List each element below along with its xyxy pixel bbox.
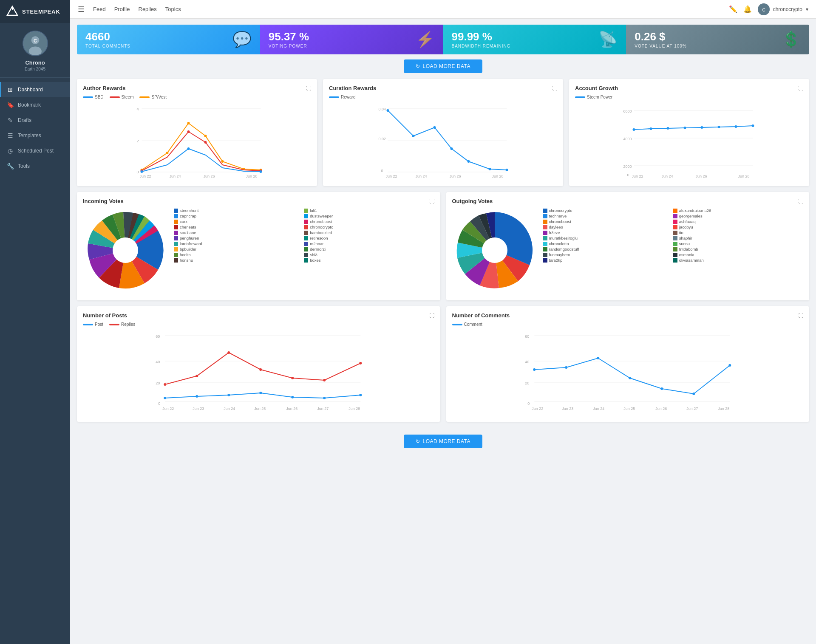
refresh-icon: ↻ <box>416 63 420 69</box>
stat-label-vote: VOTE VALUE AT 100% <box>635 44 687 48</box>
expand-icon[interactable]: ⛶ <box>798 198 803 204</box>
author-rewards-legend: SBD Steem SP/Vest <box>83 95 311 99</box>
svg-point-111 <box>660 387 663 390</box>
load-more-button[interactable]: ↻ LOAD MORE DATA <box>404 59 482 73</box>
voting-icon: ⚡ <box>416 31 435 48</box>
svg-point-86 <box>196 395 198 398</box>
dropdown-chevron-icon: ▾ <box>806 6 808 12</box>
vote-value-icon: 💲 <box>782 31 801 48</box>
footer-load-more-button[interactable]: ↻ LOAD MORE DATA <box>404 435 482 448</box>
svg-text:Jun 25: Jun 25 <box>623 407 635 411</box>
number-of-comments-title: Number of Comments <box>452 312 510 319</box>
sidebar-item-scheduled-post[interactable]: ◷ Scheduled Post <box>0 143 70 158</box>
refresh-icon-footer: ↻ <box>416 438 420 444</box>
sidebar-username: Chrono <box>25 59 45 66</box>
nav-link-replies[interactable]: Replies <box>139 6 157 12</box>
nav-link-feed[interactable]: Feed <box>93 6 106 12</box>
svg-point-16 <box>187 122 190 124</box>
expand-icon[interactable]: ⛶ <box>429 313 434 319</box>
hamburger-menu[interactable]: ☰ <box>78 5 85 14</box>
logo-text: STEEMPEAK <box>22 8 60 15</box>
svg-text:Jun 22: Jun 22 <box>532 407 543 411</box>
svg-point-79 <box>196 375 198 377</box>
stat-vote-value: 0.26 $ VOTE VALUE AT 100% 💲 <box>626 25 809 54</box>
stat-bandwidth: 99.99 % BANDWIDTH REMAINING 📡 <box>443 25 626 54</box>
curation-rewards-title: Curation Rewards <box>329 85 376 91</box>
svg-text:0.04: 0.04 <box>379 107 386 111</box>
sidebar-item-templates[interactable]: ☰ Templates <box>0 128 70 143</box>
svg-point-15 <box>166 152 169 154</box>
nav-link-topics[interactable]: Topics <box>165 6 181 12</box>
sidebar-item-label: Bookmark <box>18 102 41 108</box>
logo-icon <box>6 5 19 18</box>
expand-icon[interactable]: ⛶ <box>306 85 311 91</box>
number-of-posts-card: Number of Posts ⛶ Post Replies 60 40 20 … <box>77 306 440 422</box>
incoming-votes-pie <box>83 208 168 294</box>
expand-icon[interactable]: ⛶ <box>798 85 803 91</box>
tools-icon: 🔧 <box>7 163 14 169</box>
svg-text:0: 0 <box>627 173 629 177</box>
sidebar-item-dashboard[interactable]: ⊞ Dashboard <box>0 82 70 97</box>
load-more-bar: ↻ LOAD MORE DATA <box>77 59 809 73</box>
svg-text:Jun 26: Jun 26 <box>655 407 667 411</box>
sidebar: STEEMPEAK C Chrono Earth 2045 ⊞ Dashboar… <box>0 0 70 644</box>
stat-label-comments: TOTAL COMMENTS <box>85 44 130 48</box>
svg-point-39 <box>412 135 415 137</box>
svg-text:4000: 4000 <box>623 137 632 141</box>
svg-point-44 <box>506 169 508 171</box>
nav-link-profile[interactable]: Profile <box>114 6 130 12</box>
stat-value-bandwidth: 99.99 % <box>452 31 511 42</box>
stat-value-comments: 4660 <box>85 31 130 42</box>
outgoing-votes-title: Outgoing Votes <box>452 198 493 204</box>
bandwidth-icon: 📡 <box>598 31 618 48</box>
sidebar-logo: STEEMPEAK <box>0 0 70 23</box>
svg-point-4 <box>29 46 42 56</box>
svg-text:Jun 27: Jun 27 <box>686 407 698 411</box>
outgoing-votes-pie <box>452 208 537 294</box>
svg-text:Jun 24: Jun 24 <box>170 174 181 178</box>
sidebar-item-label: Drafts <box>18 117 31 123</box>
svg-text:60: 60 <box>156 334 160 339</box>
comments-icon: 💬 <box>232 31 252 48</box>
svg-text:Jun 24: Jun 24 <box>593 407 604 411</box>
svg-point-108 <box>565 366 567 369</box>
user-menu[interactable]: C chronocrypto ▾ <box>758 3 808 15</box>
notification-icon[interactable]: 🔔 <box>743 5 752 13</box>
svg-text:Jun 22: Jun 22 <box>162 407 174 411</box>
edit-icon[interactable]: ✏️ <box>729 5 737 13</box>
sidebar-item-tools[interactable]: 🔧 Tools <box>0 158 70 174</box>
sidebar-item-bookmark[interactable]: 🔖 Bookmark <box>0 97 70 113</box>
curation-rewards-card: Curation Rewards ⛶ Reward 0.04 0.02 0 <box>323 79 563 186</box>
outgoing-votes-legend: chronocrypto alexandraioana26 technerve … <box>543 208 804 263</box>
svg-point-41 <box>450 147 453 150</box>
svg-text:2: 2 <box>137 139 139 143</box>
svg-point-43 <box>489 168 491 170</box>
svg-point-56 <box>633 128 635 131</box>
svg-text:6000: 6000 <box>623 109 632 113</box>
svg-text:60: 60 <box>525 334 529 339</box>
svg-point-88 <box>259 392 262 394</box>
dashboard-content: 4660 TOTAL COMMENTS 💬 95.37 % VOTING POW… <box>70 19 816 644</box>
expand-icon[interactable]: ⛶ <box>552 85 557 91</box>
svg-text:Jun 28: Jun 28 <box>492 174 504 178</box>
account-growth-title: Account Growth <box>575 85 618 91</box>
svg-point-89 <box>291 396 294 398</box>
svg-text:Jun 23: Jun 23 <box>193 407 204 411</box>
incoming-votes-title: Incoming Votes <box>83 198 124 204</box>
stat-value-vote: 0.26 $ <box>635 31 687 42</box>
bottom-charts-grid: Number of Posts ⛶ Post Replies 60 40 20 … <box>77 306 809 422</box>
svg-point-25 <box>141 170 143 173</box>
sidebar-item-drafts[interactable]: ✎ Drafts <box>0 113 70 128</box>
number-of-posts-title: Number of Posts <box>83 312 127 319</box>
incoming-votes-card: Incoming Votes ⛶ <box>77 192 440 300</box>
expand-icon[interactable]: ⛶ <box>798 313 803 319</box>
svg-point-112 <box>692 393 695 395</box>
expand-icon[interactable]: ⛶ <box>429 198 434 204</box>
svg-text:Jun 22: Jun 22 <box>386 174 397 178</box>
incoming-votes-legend: steemhunt luli1 zapncrap dustsweeper cur… <box>174 208 434 263</box>
number-of-comments-legend: Comment <box>452 322 804 327</box>
svg-text:Jun 24: Jun 24 <box>662 174 673 178</box>
dashboard-icon: ⊞ <box>7 86 14 93</box>
sidebar-item-label: Scheduled Post <box>18 148 54 154</box>
svg-point-42 <box>468 160 470 163</box>
